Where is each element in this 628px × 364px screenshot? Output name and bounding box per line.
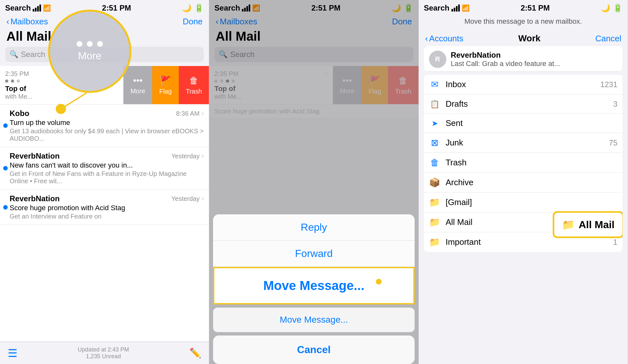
circle-dots <box>77 41 103 47</box>
sender-reverb1: ReverbNation <box>10 152 60 161</box>
status-right-1: 🌙 🔋 <box>182 4 204 12</box>
dot-b <box>87 41 93 47</box>
move-subtitle: Move this message to a new mailbox. <box>419 15 628 31</box>
important-name: Important <box>446 237 613 247</box>
dot-3 <box>17 79 20 83</box>
dot-2 <box>11 79 14 83</box>
mailbox-archive[interactable]: 📦 Archive <box>424 173 623 193</box>
move-message-button[interactable]: Move Message... <box>213 267 414 304</box>
gmail-name: [Gmail] <box>446 197 617 207</box>
chevron-left-icon-1: ‹ <box>6 17 9 27</box>
junk-count: 75 <box>609 138 617 147</box>
swipe-actions-1: ••• More 🚩 Flag 🗑 Trash <box>123 66 209 104</box>
sheet-container: Reply Forward Move Message... Move Messa… <box>209 214 418 364</box>
unread-count-1: 1,235 Unread <box>78 353 129 360</box>
status-right-3: 🌙 🔋 <box>601 4 623 12</box>
all-mail-box-icon: 📁 <box>562 219 575 231</box>
mail-item-kobo[interactable]: Kobo 8:36 AM › Turn up the volume Get 13… <box>0 104 209 147</box>
search-icon-1: 🔍 <box>10 50 18 59</box>
compose-icon-1[interactable]: ☰ <box>8 347 17 360</box>
panel-2: Search 📶 2:51 PM 🌙 🔋 ‹ Mailboxes Done Al… <box>209 0 418 364</box>
swipe-time-1: 2:35 PM <box>5 70 29 78</box>
mailbox-list: ✉ Inbox 1231 📋 Drafts 3 ➤ Sent ⊠ Junk 75… <box>424 75 623 252</box>
time-1: 2:51 PM <box>102 4 131 12</box>
preview-reverb2: Get an Interview and Feature on <box>10 213 204 220</box>
all-mail-box-text: All Mail <box>579 219 615 231</box>
flag-action-1[interactable]: 🚩 Flag <box>152 66 179 104</box>
time-kobo: 8:36 AM <box>176 110 200 117</box>
battery-icon-3: 🔋 <box>613 4 623 12</box>
email-subject: Last Call: Grab a video feature at... <box>451 60 617 68</box>
all-mail-highlight-box: 📁 All Mail <box>553 211 623 238</box>
sent-icon: ➤ <box>429 119 441 128</box>
action-sheet-2: Reply Forward Move Message... Move Messa… <box>209 214 418 364</box>
sent-name: Sent <box>446 118 617 128</box>
mailbox-gmail[interactable]: 📁 [Gmail] <box>424 193 623 212</box>
inbox-count: 1231 <box>600 80 617 89</box>
chevron-reverb2: › <box>202 194 204 203</box>
more-circle-highlight: More <box>48 10 131 93</box>
moon-icon-1: 🌙 <box>182 4 192 12</box>
edit-icon-1[interactable]: ✏️ <box>189 347 201 359</box>
mailbox-sent[interactable]: ➤ Sent <box>424 114 623 133</box>
flag-label-1: Flag <box>159 88 172 95</box>
trash-label-1: Trash <box>186 88 202 95</box>
back-button-1[interactable]: ‹ Mailboxes <box>6 17 48 27</box>
trash-action-1[interactable]: 🗑 Trash <box>179 66 209 104</box>
more-label-1: More <box>130 87 145 95</box>
signal-bars-3 <box>451 4 460 12</box>
move-message-label[interactable]: Move Message... <box>213 308 414 332</box>
time-reverb1: Yesterday <box>171 153 200 160</box>
flag-icon-1: 🚩 <box>160 75 171 86</box>
unread-dot-reverb1 <box>3 166 8 170</box>
mailbox-allmail[interactable]: 📁 All Mail 1235 📁 All Mail <box>424 212 623 232</box>
bottom-bar-1: ☰ Updated at 2:43 PM 1,235 Unread ✏️ <box>0 342 209 364</box>
preview-reverb1: Get in Front of New Fans with a Feature … <box>10 170 204 185</box>
subject-reverb1: New fans can't wait to discover you in..… <box>10 161 204 170</box>
mailbox-junk[interactable]: ⊠ Junk 75 <box>424 133 623 153</box>
important-folder-icon: 📁 <box>429 237 441 247</box>
email-avatar: R <box>429 51 446 68</box>
cancel-button-2[interactable]: Cancel <box>213 335 414 364</box>
mail-item-reverb1[interactable]: ReverbNation Yesterday › New fans can't … <box>0 147 209 190</box>
reply-button[interactable]: Reply <box>213 214 414 241</box>
trash-name: Trash <box>446 158 617 168</box>
status-bar-3: Search 📶 2:51 PM 🌙 🔋 <box>419 0 628 15</box>
dots-icon-1: ••• <box>133 75 143 86</box>
back-button-3[interactable]: ‹ Accounts <box>425 34 464 44</box>
chevron-kobo: › <box>202 109 204 118</box>
subject-kobo: Turn up the volume <box>10 119 204 127</box>
signal-bars-1 <box>33 4 41 12</box>
dot-a <box>77 41 82 47</box>
unread-dot-reverb2 <box>3 205 8 210</box>
chevron-reverb1: › <box>202 152 204 160</box>
sender-kobo: Kobo <box>10 109 29 118</box>
forward-button[interactable]: Forward <box>213 241 414 267</box>
important-count: 1 <box>613 238 617 247</box>
sender-reverb2: ReverbNation <box>10 194 60 203</box>
status-left-3: Search 📶 <box>424 4 470 12</box>
search-label-1: Search <box>5 4 31 12</box>
email-header-row: R ReverbNation Last Call: Grab a video f… <box>424 46 623 71</box>
work-title: Work <box>518 33 541 44</box>
email-info: ReverbNation Last Call: Grab a video fea… <box>451 51 617 68</box>
gmail-folder-icon: 📁 <box>429 197 441 208</box>
archive-icon: 📦 <box>429 177 441 188</box>
time-reverb2: Yesterday <box>171 195 200 203</box>
inbox-name: Inbox <box>446 79 600 89</box>
junk-name: Junk <box>446 138 609 148</box>
mailbox-drafts[interactable]: 📋 Drafts 3 <box>424 95 623 114</box>
panel-1: Search 📶 2:51 PM 🌙 🔋 ‹ Mailboxes Done Al… <box>0 0 209 364</box>
more-action-1[interactable]: ••• More <box>123 66 152 104</box>
search-label-3: Search <box>424 4 450 12</box>
done-button-1[interactable]: Done <box>183 17 202 27</box>
circle-more-label: More <box>78 50 102 62</box>
email-from: ReverbNation <box>451 51 617 60</box>
time-3: 2:51 PM <box>521 4 550 12</box>
mailbox-trash[interactable]: 🗑 Trash <box>424 153 623 173</box>
unread-dot-kobo <box>3 123 8 128</box>
mailbox-inbox[interactable]: ✉ Inbox 1231 <box>424 75 623 95</box>
search-placeholder-1: Search <box>21 50 45 59</box>
cancel-button-3[interactable]: Cancel <box>595 34 621 44</box>
mail-item-reverb2[interactable]: ReverbNation Yesterday › Score huge prom… <box>0 190 209 225</box>
